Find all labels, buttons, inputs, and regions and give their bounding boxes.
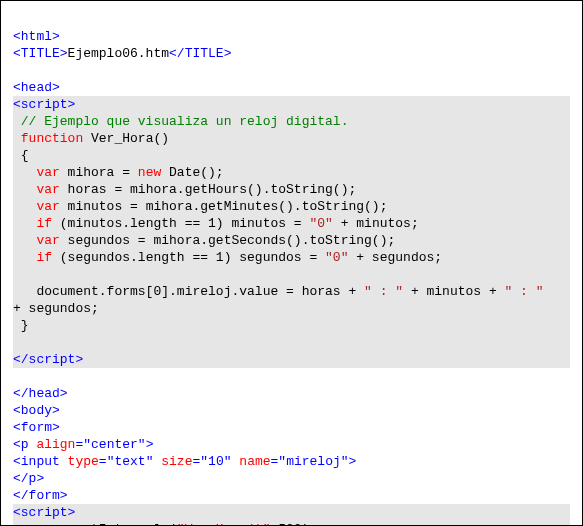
code-line: <script> var r = setInterval ("Ver_Hora(… <box>13 504 570 526</box>
code-line: </head> <box>13 386 68 401</box>
code-line: <script> // Ejemplo que visualiza un rel… <box>13 96 570 368</box>
code-line: <html> <box>13 29 60 44</box>
code-line: <form> <box>13 420 60 435</box>
code-line: <head> <box>13 80 60 95</box>
code-line: <TITLE>Ejemplo06.htm</TITLE> <box>13 46 231 61</box>
code-line: <input type="text" size="10" name="mirel… <box>13 454 356 469</box>
code-line: </form> <box>13 488 68 503</box>
code-line: </p> <box>13 471 44 486</box>
code-line: <body> <box>13 403 60 418</box>
code-viewer: <html> <TITLE>Ejemplo06.htm</TITLE> <hea… <box>0 0 583 526</box>
code-line: <p align="center"> <box>13 437 153 452</box>
